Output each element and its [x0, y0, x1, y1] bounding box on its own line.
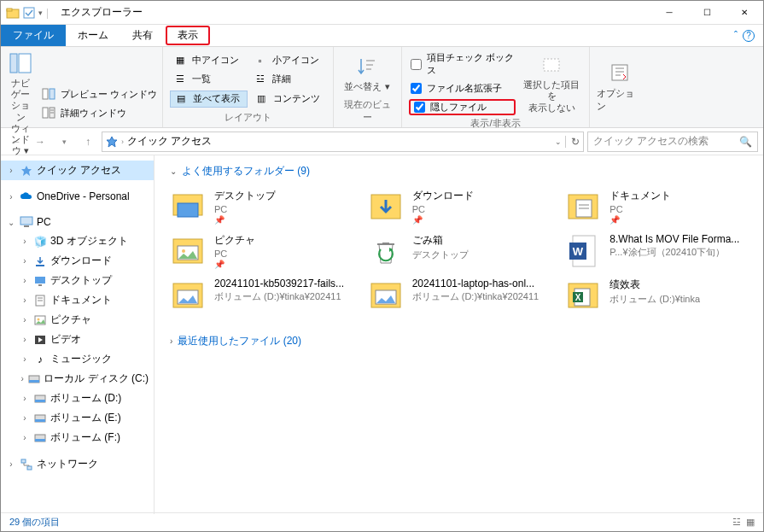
item-thumbnail: W	[565, 233, 601, 269]
checkbox-item-checkboxes[interactable]: 項目チェック ボックス	[409, 50, 516, 78]
drive-icon	[33, 431, 47, 445]
options-icon	[607, 60, 633, 85]
svg-rect-33	[35, 400, 45, 402]
checkbox-hidden-files[interactable]: 隠しファイル	[409, 99, 516, 115]
explorer-icon	[6, 6, 20, 20]
details-pane-icon	[42, 106, 55, 120]
layout-small-icons[interactable]: ▫小アイコン	[250, 53, 327, 68]
back-button[interactable]: ←	[6, 132, 26, 152]
qat-checkbox-icon[interactable]	[23, 7, 35, 19]
svg-rect-21	[35, 277, 45, 284]
close-button[interactable]: ✕	[726, 1, 763, 25]
sidebar-downloads[interactable]: ›ダウンロード	[1, 251, 154, 271]
svg-marker-16	[107, 137, 117, 147]
view-icons-button[interactable]: ▦	[746, 517, 755, 528]
sidebar-disk-e[interactable]: ›ボリューム (E:)	[1, 408, 154, 428]
sort-by-button[interactable]: 並べ替え ▾	[341, 50, 394, 96]
network-icon	[20, 458, 33, 471]
videos-icon	[33, 333, 47, 347]
item-thumbnail	[565, 189, 601, 225]
svg-point-27	[38, 318, 40, 320]
desktop-icon	[33, 274, 47, 288]
svg-rect-6	[50, 89, 55, 99]
folder-item[interactable]: ごみ箱デスクトップ	[368, 233, 551, 269]
preview-pane-icon	[42, 87, 55, 101]
group-label-current-view: 現在のビュー	[341, 96, 394, 124]
caret-down-icon: ⌄	[170, 167, 177, 176]
navigation-tree[interactable]: ›クイック アクセス ›OneDrive - Personal ⌄PC ›🧊3D…	[1, 155, 155, 514]
layout-tiles[interactable]: ▤並べて表示	[170, 91, 248, 108]
qat-dropdown-icon[interactable]: ▾	[38, 9, 43, 17]
layout-content[interactable]: ▥コンテンツ	[251, 91, 327, 108]
forward-button[interactable]: →	[30, 132, 50, 152]
recent-dropdown[interactable]: ▾	[54, 132, 74, 152]
downloads-icon	[33, 254, 47, 268]
folder-item[interactable]: X绩效表ボリューム (D:)¥tinka	[565, 278, 748, 313]
sidebar-onedrive[interactable]: ›OneDrive - Personal	[1, 187, 154, 206]
sidebar-quick-access[interactable]: ›クイック アクセス	[1, 161, 154, 180]
sidebar-disk-c[interactable]: ›ローカル ディスク (C:)	[1, 369, 154, 389]
folder-item[interactable]: ドキュメントPC📌	[565, 189, 748, 225]
drive-icon	[33, 412, 47, 425]
folder-item[interactable]: 20241101-kb5039217-fails...ボリューム (D:)¥ti…	[170, 278, 353, 313]
sidebar-disk-d[interactable]: ›ボリューム (D:)	[1, 389, 154, 408]
layout-list[interactable]: ☰一覧	[170, 72, 247, 87]
address-bar[interactable]: › クイック アクセス ⌄ ↻	[102, 132, 584, 152]
sidebar-disk-f[interactable]: ›ボリューム (F:)	[1, 428, 154, 447]
details-pane-button[interactable]: 詳細ウィンドウ	[38, 105, 160, 120]
hide-selected-button[interactable]: 選択した項目を 表示しない	[521, 50, 582, 115]
preview-pane-button[interactable]: プレビュー ウィンドウ	[38, 86, 160, 102]
up-button[interactable]: ↑	[78, 132, 98, 152]
tab-view[interactable]: 表示	[166, 26, 210, 45]
refresh-button[interactable]: ↻	[565, 136, 580, 148]
svg-rect-3	[10, 54, 17, 73]
item-location: PC	[609, 204, 671, 214]
item-name: デスクトップ	[214, 189, 276, 203]
title-bar: ▾ | エクスプローラー ─ ☐ ✕	[1, 1, 763, 25]
content-icon: ▥	[254, 92, 268, 106]
svg-rect-41	[178, 203, 198, 217]
tab-file[interactable]: ファイル	[1, 25, 66, 46]
svg-rect-22	[38, 284, 42, 286]
layout-details[interactable]: ☳詳細	[250, 72, 327, 87]
folder-item[interactable]: 20241101-laptop-has-onl...ボリューム (D:)¥tin…	[368, 278, 551, 313]
item-location: ボリューム (D:)¥tinka¥202411	[214, 290, 344, 303]
ribbon-collapse-button[interactable]: ˆ ?	[726, 25, 763, 46]
caret-right-icon: ›	[170, 336, 172, 346]
address-dropdown-icon[interactable]: ⌄	[555, 137, 562, 146]
sidebar-pictures[interactable]: ›ピクチャ	[1, 310, 154, 330]
sidebar-documents[interactable]: ›ドキュメント	[1, 290, 154, 310]
sidebar-pc[interactable]: ⌄PC	[1, 213, 154, 231]
group-label-layout: レイアウト	[170, 109, 326, 124]
pin-icon: 📌	[214, 260, 255, 269]
sidebar-network[interactable]: ›ネットワーク	[1, 454, 154, 474]
content-area[interactable]: ⌄ よく使用するフォルダー (9) デスクトップPC📌ダウンロードPC📌ドキュメ…	[155, 155, 763, 514]
minimize-button[interactable]: ─	[650, 1, 688, 25]
medium-icons-icon: ▦	[173, 54, 187, 67]
folder-item[interactable]: W8.What Is MOV File Forma...P...¥涂仁珂（202…	[565, 233, 748, 269]
pin-icon: 📌	[609, 215, 671, 225]
folder-item[interactable]: ピクチャPC📌	[170, 233, 353, 269]
maximize-button[interactable]: ☐	[688, 1, 726, 25]
nav-pane-icon	[8, 50, 33, 76]
sidebar-desktop[interactable]: ›デスクトップ	[1, 271, 154, 290]
section-frequent-folders[interactable]: ⌄ よく使用するフォルダー (9)	[170, 164, 748, 178]
layout-medium-icons[interactable]: ▦中アイコン	[170, 53, 247, 68]
options-button[interactable]: オプション	[597, 50, 643, 122]
folder-item[interactable]: ダウンロードPC📌	[368, 189, 551, 225]
tab-share[interactable]: 共有	[120, 25, 165, 46]
sidebar-3d-objects[interactable]: ›🧊3D オブジェクト	[1, 231, 154, 251]
svg-rect-19	[24, 225, 29, 227]
svg-rect-38	[21, 459, 26, 463]
search-icon: 🔍	[739, 136, 752, 148]
item-thumbnail: X	[565, 278, 601, 313]
sidebar-videos[interactable]: ›ビデオ	[1, 330, 154, 349]
sidebar-music[interactable]: ›♪ミュージック	[1, 349, 154, 369]
folder-item[interactable]: デスクトップPC📌	[170, 189, 353, 225]
view-details-button[interactable]: ☳	[732, 517, 741, 528]
tab-home[interactable]: ホーム	[66, 25, 120, 46]
documents-icon	[33, 294, 47, 307]
search-box[interactable]: クイック アクセスの検索 🔍	[587, 132, 758, 152]
section-recent-files[interactable]: › 最近使用したファイル (20)	[170, 334, 748, 348]
checkbox-file-extensions[interactable]: ファイル名拡張子	[409, 81, 516, 96]
